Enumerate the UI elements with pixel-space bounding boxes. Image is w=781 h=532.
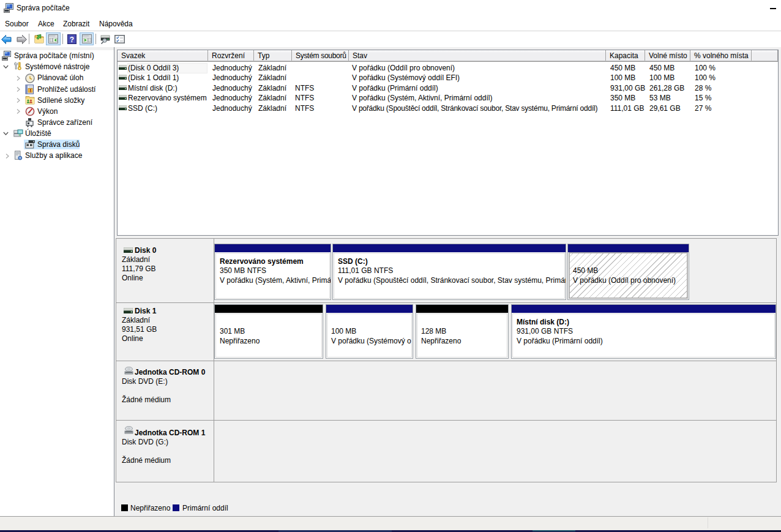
svg-text:?: ? (70, 36, 74, 44)
